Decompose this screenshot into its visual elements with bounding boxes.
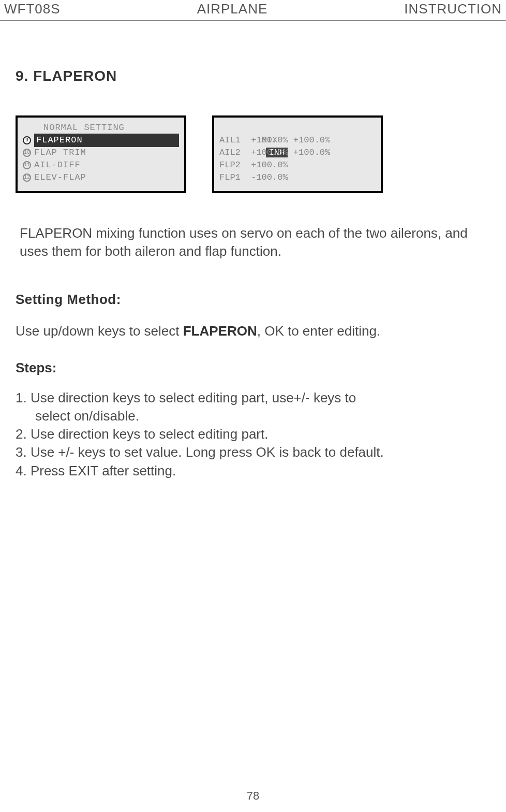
step-4: 4. Press EXIT after setting. — [16, 462, 490, 480]
step-3: 3. Use +/- keys to set value. Long press… — [16, 443, 490, 461]
lcd1-item-flaperon: 9 FLAPERON — [23, 134, 179, 147]
lcd2-row-ail1: AIL1 +100.0% +100.0% — [219, 134, 376, 147]
step-1-line-2: select on/disable. — [16, 407, 490, 425]
step-1-line-1: 1. Use direction keys to select editing … — [16, 389, 490, 407]
lcd2-row-flp1: FLP1 -100.0% — [219, 171, 376, 184]
page-number: 78 — [0, 789, 506, 803]
header-model: WFT08S — [4, 1, 61, 17]
steps-list: 1. Use direction keys to select editing … — [16, 389, 490, 480]
flaperon-description: FLAPERON mixing function uses on servo o… — [20, 224, 486, 260]
lcd1-item-num-9: 9 — [23, 136, 31, 144]
header-doc-type: INSTRUCTION — [404, 1, 502, 17]
section-title: 9. FLAPERON — [16, 68, 490, 84]
setting-method-heading: Setting Method: — [16, 292, 490, 308]
lcd-screenshots-row: NORMAL SETTING 9 FLAPERON 10 FLAP TRIM 1… — [16, 115, 490, 193]
step-2: 2. Use direction keys to select editing … — [16, 425, 490, 443]
lcd1-item-ail-diff: 11 AIL-DIFF — [23, 159, 179, 171]
steps-heading: Steps: — [16, 360, 490, 376]
lcd1-item-flap-trim: 10 FLAP TRIM — [23, 147, 179, 159]
lcd2-row-flp2: FLP2 +100.0% — [219, 159, 376, 171]
lcd-menu-screenshot: NORMAL SETTING 9 FLAPERON 10 FLAP TRIM 1… — [16, 115, 186, 193]
lcd2-row-ail2: AIL2 +100.0% +100.0% — [219, 147, 376, 159]
page-header: WFT08S AIRPLANE INSTRUCTION — [0, 0, 506, 21]
lcd1-item-num-10: 10 — [23, 149, 31, 157]
lcd2-mix-row: MIX INH — [219, 122, 376, 134]
lcd1-item-num-11: 11 — [23, 161, 31, 169]
lcd-values-screenshot: MIX INH AIL1 +100.0% +100.0% AIL2 +100.0… — [212, 115, 383, 193]
lcd1-item-label-elev-flap: ELEV-FLAP — [34, 171, 86, 184]
lcd1-title: NORMAL SETTING — [43, 122, 125, 134]
header-mode: AIRPLANE — [61, 1, 405, 17]
page-content: 9. FLAPERON NORMAL SETTING 9 FLAPERON 10… — [0, 68, 506, 480]
lcd1-item-label-ail-diff: AIL-DIFF — [34, 159, 81, 171]
lcd1-item-label-flap-trim: FLAP TRIM — [34, 147, 86, 159]
setting-method-text: Use up/down keys to select FLAPERON, OK … — [16, 323, 490, 339]
lcd1-item-num-12: 12 — [23, 173, 31, 182]
lcd1-item-elev-flap: 12 ELEV-FLAP — [23, 171, 179, 184]
flaperon-bold: FLAPERON — [183, 323, 257, 339]
lcd1-item-label-flaperon: FLAPERON — [34, 134, 179, 147]
